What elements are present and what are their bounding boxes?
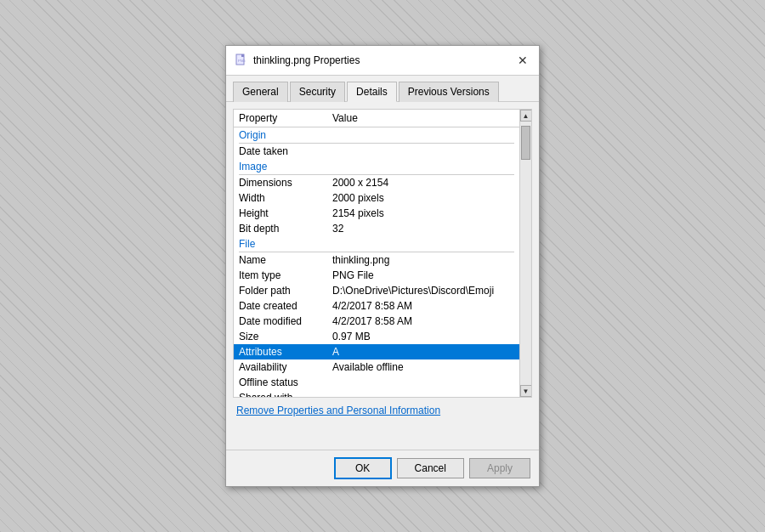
properties-dialog: PNG thinkling.png Properties ✕ General S… [225,45,540,487]
val-folder-path: D:\OneDrive\Pictures\Discord\Emoji [332,285,514,297]
link-area: Remove Properties and Personal Informati… [233,398,532,423]
remove-properties-link[interactable]: Remove Properties and Personal Informati… [236,405,440,416]
scrollbar[interactable]: ▲ ▼ [519,110,531,397]
table-row[interactable]: Availability Available offline [234,359,519,375]
tab-previous-versions[interactable]: Previous Versions [399,82,499,102]
tab-details[interactable]: Details [347,82,397,102]
close-button[interactable]: ✕ [515,53,530,68]
prop-width: Width [239,192,332,204]
file-icon: PNG [235,54,248,67]
prop-bit-depth: Bit depth [239,223,332,235]
title-bar: PNG thinkling.png Properties ✕ [226,46,539,76]
table-row[interactable]: Size 0.97 MB [234,329,519,344]
header-property: Property [239,112,332,124]
table-row[interactable]: Date modified 4/2/2017 8:58 AM [234,314,519,329]
prop-folder-path: Folder path [239,285,332,297]
val-date-modified: 4/2/2017 8:58 AM [332,315,514,327]
tab-bar: General Security Details Previous Versio… [226,76,539,102]
table-row-selected[interactable]: Attributes A [234,344,519,359]
section-file: File [234,236,519,252]
val-dimensions: 2000 x 2154 [332,177,514,189]
prop-name: Name [239,254,332,266]
ok-button[interactable]: OK [334,457,392,479]
val-size: 0.97 MB [332,331,514,342]
val-date-taken [332,145,514,157]
val-bit-depth: 32 [332,223,514,235]
dialog-footer: OK Cancel Apply [226,450,539,486]
val-height: 2154 pixels [332,207,514,219]
val-date-created: 4/2/2017 8:58 AM [332,300,514,312]
val-name: thinkling.png [332,254,514,266]
cancel-button[interactable]: Cancel [397,458,464,478]
table-row[interactable]: Date taken [234,144,519,159]
val-offline-status [332,376,514,388]
table-row[interactable]: Shared with [234,390,519,397]
prop-shared-with: Shared with [239,392,332,397]
svg-text:PNG: PNG [238,59,246,63]
tab-general[interactable]: General [233,82,288,102]
scroll-thumb[interactable] [521,126,530,160]
scroll-up-arrow[interactable]: ▲ [520,110,532,122]
prop-date-taken: Date taken [239,145,332,157]
table-row[interactable]: Width 2000 pixels [234,190,519,206]
scroll-track[interactable] [520,122,531,385]
prop-dimensions: Dimensions [239,177,332,189]
dialog-title: thinkling.png Properties [253,54,360,66]
prop-availability: Availability [239,361,332,373]
val-width: 2000 pixels [332,192,514,204]
tab-content: Property Value Origin Date taken Image D… [226,102,539,450]
val-shared-with [332,392,514,397]
val-item-type: PNG File [332,269,514,281]
apply-button[interactable]: Apply [469,458,530,478]
table-row[interactable]: Folder path D:\OneDrive\Pictures\Discord… [234,283,519,298]
table-row[interactable]: Bit depth 32 [234,221,519,236]
prop-offline-status: Offline status [239,376,332,388]
table-row[interactable]: Item type PNG File [234,268,519,283]
table-row[interactable]: Offline status [234,375,519,390]
header-value: Value [332,112,514,124]
prop-date-modified: Date modified [239,315,332,327]
prop-date-created: Date created [239,300,332,312]
val-availability: Available offline [332,361,514,373]
table-header: Property Value [234,110,519,127]
section-origin: Origin [234,127,519,143]
prop-attributes: Attributes [239,346,332,358]
table-row[interactable]: Name thinkling.png [234,252,519,268]
properties-table: Property Value Origin Date taken Image D… [233,109,532,398]
section-image: Image [234,159,519,174]
table-row[interactable]: Dimensions 2000 x 2154 [234,175,519,190]
prop-item-type: Item type [239,269,332,281]
val-attributes: A [332,346,514,358]
scroll-down-arrow[interactable]: ▼ [520,385,532,397]
prop-size: Size [239,331,332,342]
table-inner: Property Value Origin Date taken Image D… [234,110,519,397]
svg-rect-1 [241,54,244,57]
table-row[interactable]: Height 2154 pixels [234,206,519,221]
table-row[interactable]: Date created 4/2/2017 8:58 AM [234,298,519,314]
title-bar-left: PNG thinkling.png Properties [235,54,360,67]
tab-security[interactable]: Security [290,82,345,102]
prop-height: Height [239,207,332,219]
